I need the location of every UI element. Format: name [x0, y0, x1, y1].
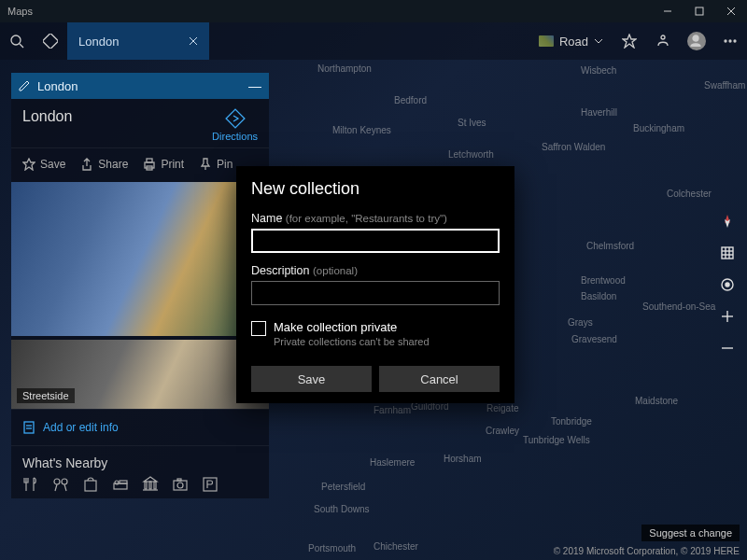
panel-header: London — [11, 73, 269, 99]
camera-icon[interactable] [172, 476, 189, 493]
description-label: Description (optional) [251, 264, 500, 277]
private-sublabel: Private collections can't be shared [274, 336, 430, 347]
svg-rect-25 [85, 481, 96, 491]
ink-icon[interactable] [646, 22, 680, 60]
svg-point-24 [62, 479, 67, 484]
search-tab-label: London [78, 35, 119, 49]
svg-point-35 [177, 483, 183, 488]
map-label: St Ives [458, 118, 486, 128]
hotels-icon[interactable] [112, 476, 129, 493]
svg-rect-1 [696, 7, 703, 15]
attractions-icon[interactable] [52, 476, 69, 493]
map-label: South Downs [314, 504, 369, 514]
svg-rect-31 [149, 482, 151, 489]
streetside-photo[interactable]: Streetside [11, 340, 269, 409]
svg-marker-9 [623, 35, 636, 48]
map-label: Petersfield [321, 482, 365, 492]
minimize-button[interactable] [652, 0, 684, 22]
close-button[interactable] [715, 0, 747, 22]
dialog-save-button[interactable]: Save [251, 366, 372, 392]
svg-rect-36 [177, 479, 181, 481]
shopping-icon[interactable] [82, 476, 99, 493]
compass-icon[interactable] [716, 210, 739, 232]
collection-description-input[interactable] [251, 281, 500, 305]
map-label: Bedford [394, 95, 427, 105]
map-label: Tonbridge [551, 416, 592, 427]
map-label: Northampton [317, 63, 372, 74]
account-icon[interactable] [680, 22, 713, 60]
search-tab[interactable]: London [67, 22, 209, 60]
svg-rect-18 [147, 159, 152, 162]
map-label: Grays [568, 317, 593, 328]
svg-point-11 [693, 35, 698, 41]
suggest-change-button[interactable]: Suggest a change [641, 525, 740, 541]
map-layer-swatch [539, 35, 554, 47]
svg-rect-28 [120, 481, 127, 483]
map-label: Tunbridge Wells [523, 435, 590, 445]
banks-icon[interactable] [142, 476, 159, 493]
map-label: Buckingham [633, 123, 684, 133]
map-controls [713, 210, 741, 359]
close-tab-icon[interactable] [185, 31, 202, 52]
zoom-in-button[interactable] [716, 305, 739, 328]
svg-marker-29 [144, 477, 157, 482]
map-label: Chichester [374, 541, 418, 552]
print-action[interactable]: Print [137, 154, 190, 175]
streetside-badge: Streetside [17, 388, 75, 403]
pencil-icon [19, 80, 30, 91]
map-layer-label: Road [559, 35, 588, 49]
favorites-icon[interactable] [613, 22, 646, 60]
map-layer-selector[interactable]: Road [529, 35, 613, 49]
tilt-icon[interactable] [716, 242, 739, 264]
collection-name-input[interactable] [251, 229, 500, 253]
search-icon[interactable] [0, 22, 34, 60]
map-label: Letchworth [448, 149, 494, 160]
pin-action[interactable]: Pin [193, 154, 238, 175]
parking-icon[interactable] [202, 476, 218, 493]
place-panel: London — London Directions Save Share Pr… [11, 73, 269, 498]
panel-header-label: London [37, 79, 78, 93]
dialog-cancel-button[interactable]: Cancel [379, 366, 500, 392]
directions-label: Directions [212, 131, 258, 142]
share-action[interactable]: Share [75, 154, 134, 175]
titlebar: Maps [0, 0, 747, 22]
toolbar: London Road [0, 22, 747, 60]
new-collection-dialog: New collection Name (for example, "Resta… [236, 166, 514, 403]
more-icon[interactable] [713, 22, 747, 60]
map-label: Chelmsford [586, 241, 634, 251]
private-label: Make collection private [274, 320, 430, 334]
map-label: Gravesend [571, 334, 617, 344]
nearby-section: What's Nearby [11, 446, 269, 498]
copyright-text: © 2019 Microsoft Corporation, © 2019 HER… [554, 546, 740, 556]
add-edit-info[interactable]: Add or edit info [11, 409, 269, 446]
restaurants-icon[interactable] [22, 476, 39, 493]
locate-icon[interactable] [716, 273, 739, 296]
svg-marker-16 [23, 159, 35, 170]
save-action[interactable]: Save [17, 154, 71, 175]
map-label: Wisbech [581, 65, 616, 76]
panel-minimize-button[interactable]: — [248, 78, 261, 93]
map-label: Horsham [444, 454, 482, 464]
private-checkbox[interactable] [251, 321, 266, 336]
directions-icon[interactable] [34, 22, 67, 60]
map-label: Crawley [486, 426, 519, 436]
map-label: Southend-on-Sea [642, 301, 715, 312]
place-photo[interactable] [11, 182, 269, 336]
nearby-title: What's Nearby [22, 455, 258, 470]
maximize-button[interactable] [684, 0, 715, 22]
directions-button[interactable]: Directions [212, 108, 258, 142]
zoom-out-button[interactable] [716, 337, 739, 359]
svg-rect-20 [24, 422, 34, 433]
svg-point-10 [661, 35, 665, 39]
map-label: Milton Keynes [332, 125, 391, 135]
svg-rect-30 [145, 482, 147, 489]
dialog-title: New collection [251, 179, 500, 199]
svg-point-13 [729, 40, 731, 42]
chevron-down-icon [594, 36, 603, 46]
name-label: Name (for example, "Restaurants to try") [251, 212, 500, 225]
map-label: Basildon [581, 291, 616, 301]
map-label: Maidstone [635, 396, 678, 406]
map-label: Colchester [667, 189, 712, 199]
panel-actions: Save Share Print Pin [11, 147, 269, 182]
svg-point-46 [726, 283, 729, 287]
